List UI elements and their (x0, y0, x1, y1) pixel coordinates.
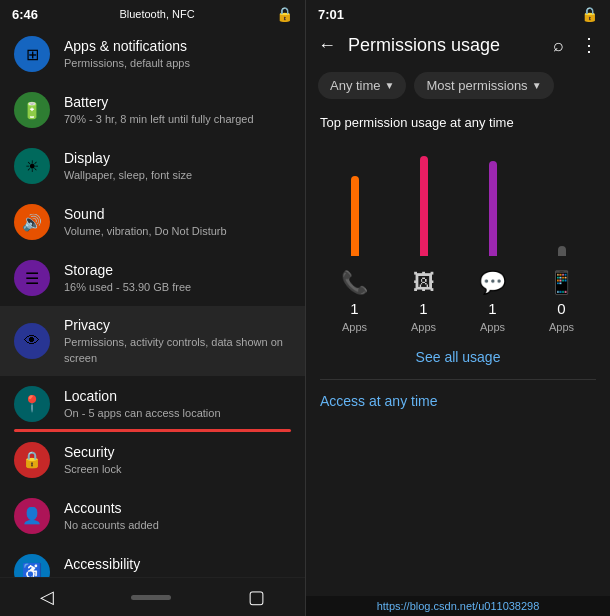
page-title: Permissions usage (348, 35, 541, 56)
settings-subtitle-apps-notifications: Permissions, default apps (64, 56, 291, 71)
app-bar-icons: ⌕ ⋮ (553, 34, 598, 56)
permission-icon-3: 📱 (548, 270, 575, 296)
more-icon[interactable]: ⋮ (580, 34, 598, 56)
settings-subtitle-sound: Volume, vibration, Do Not Disturb (64, 224, 291, 239)
settings-icon-display: ☀ (14, 148, 50, 184)
settings-text-apps-notifications: Apps & notificationsPermissions, default… (64, 37, 291, 72)
bottom-nav-left: ◁ ▢ (0, 577, 305, 616)
settings-item-sound[interactable]: 🔊SoundVolume, vibration, Do Not Disturb (0, 194, 305, 250)
settings-text-accessibility: AccessibilityScreen readers, display, in… (64, 555, 291, 577)
settings-title-apps-notifications: Apps & notifications (64, 37, 291, 55)
settings-subtitle-accessibility: Screen readers, display, interaction con… (64, 574, 291, 577)
settings-icon-security: 🔒 (14, 442, 50, 478)
url-bar: https://blog.csdn.net/u011038298 (306, 596, 610, 616)
settings-item-accounts[interactable]: 👤AccountsNo accounts added (0, 488, 305, 544)
settings-text-privacy: PrivacyPermissions, activity controls, d… (64, 316, 291, 366)
settings-text-storage: Storage16% used - 53.90 GB free (64, 261, 291, 296)
permission-icon-0: 📞 (341, 270, 368, 296)
settings-item-storage[interactable]: ☰Storage16% used - 53.90 GB free (0, 250, 305, 306)
settings-title-accounts: Accounts (64, 499, 291, 517)
settings-subtitle-security: Screen lock (64, 462, 291, 477)
permission-count-2: 1 (488, 300, 496, 317)
time-filter-arrow: ▼ (385, 80, 395, 91)
settings-title-sound: Sound (64, 205, 291, 223)
time-filter-label: Any time (330, 78, 381, 93)
permission-count-1: 1 (419, 300, 427, 317)
sort-filter-dropdown[interactable]: Most permissions ▼ (414, 72, 553, 99)
see-all-link[interactable]: See all usage (306, 339, 610, 375)
home-indicator[interactable] (131, 595, 171, 600)
permission-item-0: 📞1Apps (327, 270, 382, 333)
settings-item-accessibility[interactable]: ♿AccessibilityScreen readers, display, i… (0, 544, 305, 577)
settings-text-accounts: AccountsNo accounts added (64, 499, 291, 534)
settings-icon-location: 📍 (14, 386, 50, 422)
chart-bar-0 (351, 176, 359, 256)
settings-title-privacy: Privacy (64, 316, 291, 334)
settings-icon-privacy: 👁 (14, 323, 50, 359)
settings-subtitle-accounts: No accounts added (64, 518, 291, 533)
settings-list: ⊞Apps & notificationsPermissions, defaul… (0, 26, 305, 577)
url-bar-container: https://blog.csdn.net/u011038298 (306, 596, 610, 616)
settings-item-privacy[interactable]: 👁PrivacyPermissions, activity controls, … (0, 306, 305, 376)
settings-subtitle-privacy: Permissions, activity controls, data sho… (64, 335, 291, 366)
permission-icon-2: 💬 (479, 270, 506, 296)
status-time-left: 6:46 (12, 7, 38, 22)
settings-subtitle-location: On - 5 apps can access location (64, 406, 291, 421)
bar-container-3 (558, 246, 566, 256)
settings-item-location[interactable]: 📍LocationOn - 5 apps can access location (0, 376, 305, 432)
chart-bar-1 (420, 156, 428, 256)
settings-icon-sound: 🔊 (14, 204, 50, 240)
back-button-right[interactable]: ← (318, 35, 336, 56)
settings-title-security: Security (64, 443, 291, 461)
settings-item-security[interactable]: 🔒SecurityScreen lock (0, 432, 305, 488)
permission-item-3: 📱0Apps (534, 270, 589, 333)
lock-icon-left: 🔒 (276, 6, 293, 22)
settings-icon-battery: 🔋 (14, 92, 50, 128)
permission-apps-label-3: Apps (549, 321, 574, 333)
settings-text-battery: Battery70% - 3 hr, 8 min left until full… (64, 93, 291, 128)
sort-filter-label: Most permissions (426, 78, 527, 93)
permission-count-0: 1 (350, 300, 358, 317)
bar-container-2 (489, 161, 497, 256)
chart-bar-2 (489, 161, 497, 256)
permission-apps-label-0: Apps (342, 321, 367, 333)
settings-text-location: LocationOn - 5 apps can access location (64, 387, 291, 422)
right-panel: 7:01 🔒 ← Permissions usage ⌕ ⋮ Any time … (305, 0, 610, 616)
settings-title-battery: Battery (64, 93, 291, 111)
settings-item-apps-notifications[interactable]: ⊞Apps & notificationsPermissions, defaul… (0, 26, 305, 82)
settings-title-storage: Storage (64, 261, 291, 279)
permission-apps-label-1: Apps (411, 321, 436, 333)
recents-button-left[interactable]: ▢ (248, 586, 265, 608)
bluetooth-label: Bluetooth, NFC (119, 8, 194, 20)
chart-bar-3 (558, 246, 566, 256)
access-section: Access at any time (306, 384, 610, 418)
settings-icon-apps-notifications: ⊞ (14, 36, 50, 72)
permission-item-2: 💬1Apps (465, 270, 520, 333)
settings-item-display[interactable]: ☀DisplayWallpaper, sleep, font size (0, 138, 305, 194)
status-bar-left: 6:46 Bluetooth, NFC 🔒 (0, 0, 305, 26)
status-bar-right: 7:01 🔒 (306, 0, 610, 26)
settings-text-sound: SoundVolume, vibration, Do Not Disturb (64, 205, 291, 240)
permission-count-3: 0 (557, 300, 565, 317)
permission-icon-1: 🖼 (413, 270, 435, 296)
search-icon[interactable]: ⌕ (553, 35, 564, 56)
settings-icon-accessibility: ♿ (14, 554, 50, 577)
divider (320, 379, 596, 380)
settings-title-location: Location (64, 387, 291, 405)
settings-subtitle-storage: 16% used - 53.90 GB free (64, 280, 291, 295)
settings-title-display: Display (64, 149, 291, 167)
settings-subtitle-display: Wallpaper, sleep, font size (64, 168, 291, 183)
bar-container-0 (351, 176, 359, 256)
back-button-left[interactable]: ◁ (40, 586, 54, 608)
time-filter-dropdown[interactable]: Any time ▼ (318, 72, 406, 99)
access-at-any-time-link[interactable]: Access at any time (320, 393, 438, 409)
sort-filter-arrow: ▼ (532, 80, 542, 91)
filter-row: Any time ▼ Most permissions ▼ (306, 64, 610, 107)
app-bar: ← Permissions usage ⌕ ⋮ (306, 26, 610, 64)
permission-item-1: 🖼1Apps (396, 270, 451, 333)
settings-item-battery[interactable]: 🔋Battery70% - 3 hr, 8 min left until ful… (0, 82, 305, 138)
permission-apps-label-2: Apps (480, 321, 505, 333)
bar-container-1 (420, 156, 428, 256)
section-title: Top permission usage at any time (306, 107, 610, 134)
status-time-right: 7:01 (318, 7, 344, 22)
